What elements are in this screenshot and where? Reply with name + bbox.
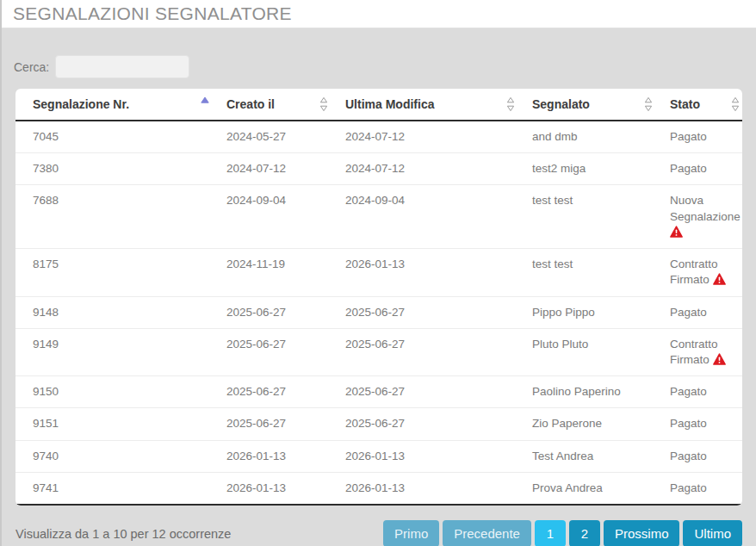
cell-segnalato: Pluto Pluto bbox=[525, 328, 663, 375]
sort-icon bbox=[506, 96, 515, 112]
title-bar: SEGNALAZIONI SEGNALATORE bbox=[2, 0, 756, 28]
cell-stato: Contratto Firmato bbox=[663, 249, 742, 296]
pagination-ultimo[interactable]: Ultimo bbox=[683, 520, 742, 546]
warning-icon bbox=[713, 353, 726, 365]
main-content: Cerca: Segnalazione Nr. Creato il bbox=[2, 55, 756, 546]
cell-stato: Pagato bbox=[663, 121, 742, 153]
cell-ultima-modifica: 2024-07-12 bbox=[338, 121, 525, 153]
table-body: 7045 2024-05-27 2024-07-12 and dmb Pagat… bbox=[15, 121, 742, 505]
cell-segnalato: test2 miga bbox=[525, 153, 663, 185]
cell-segnalazione-nr: 9148 bbox=[15, 296, 220, 328]
cell-ultima-modifica: 2025-06-27 bbox=[338, 376, 525, 408]
cell-segnalato: Pippo Pippo bbox=[525, 296, 663, 328]
cell-stato: Pagato bbox=[663, 440, 742, 472]
cell-segnalato: Test Andrea bbox=[525, 440, 663, 472]
table-row[interactable]: 7688 2024-09-04 2024-09-04 test test Nuo… bbox=[15, 185, 742, 249]
table-row[interactable]: 9150 2025-06-27 2025-06-27 Paolino Paper… bbox=[15, 376, 742, 408]
search-input[interactable] bbox=[55, 55, 189, 78]
column-header-segnalazione-nr[interactable]: Segnalazione Nr. bbox=[15, 89, 220, 121]
warning-icon bbox=[670, 226, 683, 238]
cell-stato: Nuova Segnalazione bbox=[663, 185, 742, 249]
sort-icon bbox=[644, 96, 653, 112]
cell-ultima-modifica: 2025-06-27 bbox=[338, 408, 525, 440]
segnalazioni-table: Segnalazione Nr. Creato il bbox=[15, 89, 742, 506]
table-row[interactable]: 9741 2026-01-13 2026-01-13 Prova Andrea … bbox=[15, 472, 742, 505]
cell-creato-il: 2025-06-27 bbox=[220, 408, 338, 440]
table-row[interactable]: 7380 2024-07-12 2024-07-12 test2 miga Pa… bbox=[15, 153, 742, 185]
cell-segnalato: test test bbox=[525, 249, 663, 296]
cell-segnalato: Prova Andrea bbox=[525, 472, 663, 505]
pagination-prossimo[interactable]: Prossimo bbox=[604, 520, 680, 546]
column-header-ultima-modifica[interactable]: Ultima Modifica bbox=[338, 89, 525, 121]
cell-ultima-modifica: 2025-06-27 bbox=[338, 328, 525, 375]
cell-segnalazione-nr: 7688 bbox=[15, 185, 220, 249]
cell-creato-il: 2025-06-27 bbox=[220, 376, 338, 408]
table-footer: Visualizza da 1 a 10 per 12 occorrenze P… bbox=[15, 520, 742, 546]
cell-creato-il: 2026-01-13 bbox=[220, 440, 338, 472]
cell-segnalazione-nr: 9151 bbox=[15, 408, 220, 440]
cell-ultima-modifica: 2026-01-13 bbox=[338, 472, 525, 505]
column-header-stato[interactable]: Stato bbox=[663, 89, 742, 121]
cell-stato: Contratto Firmato bbox=[663, 328, 742, 375]
sort-icon bbox=[319, 96, 328, 112]
pagination-2[interactable]: 2 bbox=[569, 520, 600, 546]
cell-stato: Pagato bbox=[663, 408, 742, 440]
cell-creato-il: 2024-07-12 bbox=[220, 153, 338, 185]
pagination-precedente[interactable]: Precedente bbox=[443, 520, 531, 546]
cell-segnalato: Zio Paperone bbox=[525, 408, 663, 440]
cell-creato-il: 2025-06-27 bbox=[220, 328, 338, 375]
cell-segnalazione-nr: 9741 bbox=[15, 472, 220, 505]
table-card: Segnalazione Nr. Creato il bbox=[15, 89, 742, 506]
cell-segnalato: and dmb bbox=[525, 121, 663, 153]
search-label: Cerca: bbox=[14, 60, 49, 74]
cell-ultima-modifica: 2024-07-12 bbox=[338, 153, 525, 185]
cell-stato: Pagato bbox=[663, 472, 742, 505]
pagination-primo[interactable]: Primo bbox=[383, 520, 439, 546]
cell-segnalazione-nr: 9150 bbox=[15, 376, 220, 408]
cell-stato: Pagato bbox=[663, 296, 742, 328]
table-row[interactable]: 7045 2024-05-27 2024-07-12 and dmb Pagat… bbox=[15, 121, 742, 153]
pagination: PrimoPrecedente12ProssimoUltimo bbox=[380, 520, 742, 546]
cell-segnalato: Paolino Paperino bbox=[525, 376, 663, 408]
cell-ultima-modifica: 2025-06-27 bbox=[338, 296, 525, 328]
cell-segnalazione-nr: 8175 bbox=[15, 249, 220, 296]
cell-segnalazione-nr: 7045 bbox=[15, 121, 220, 153]
pagination-1[interactable]: 1 bbox=[535, 520, 566, 546]
cell-creato-il: 2025-06-27 bbox=[220, 296, 338, 328]
cell-creato-il: 2024-11-19 bbox=[220, 249, 338, 296]
cell-stato: Pagato bbox=[663, 153, 742, 185]
sort-icon bbox=[201, 96, 209, 112]
table-header-row: Segnalazione Nr. Creato il bbox=[15, 89, 742, 121]
table-row[interactable]: 9149 2025-06-27 2025-06-27 Pluto Pluto C… bbox=[15, 328, 742, 375]
cell-creato-il: 2026-01-13 bbox=[220, 472, 338, 505]
search-row: Cerca: bbox=[14, 55, 742, 78]
page-title: SEGNALAZIONI SEGNALATORE bbox=[13, 3, 756, 24]
cell-segnalazione-nr: 7380 bbox=[15, 153, 220, 185]
warning-icon bbox=[713, 273, 726, 285]
column-header-creato-il[interactable]: Creato il bbox=[220, 89, 338, 121]
cell-segnalazione-nr: 9740 bbox=[15, 440, 220, 472]
cell-stato: Pagato bbox=[663, 376, 742, 408]
cell-segnalazione-nr: 9149 bbox=[15, 328, 220, 375]
results-info: Visualizza da 1 a 10 per 12 occorrenze bbox=[15, 527, 231, 541]
cell-ultima-modifica: 2026-01-13 bbox=[338, 249, 525, 296]
table-row[interactable]: 9148 2025-06-27 2025-06-27 Pippo Pippo P… bbox=[15, 296, 742, 328]
column-header-segnalato[interactable]: Segnalato bbox=[525, 89, 663, 121]
cell-creato-il: 2024-09-04 bbox=[220, 185, 338, 249]
table-row[interactable]: 9151 2025-06-27 2025-06-27 Zio Paperone … bbox=[15, 408, 742, 440]
sort-icon bbox=[731, 96, 740, 112]
table-row[interactable]: 9740 2026-01-13 2026-01-13 Test Andrea P… bbox=[15, 440, 742, 472]
table-row[interactable]: 8175 2024-11-19 2026-01-13 test test Con… bbox=[15, 249, 742, 296]
cell-creato-il: 2024-05-27 bbox=[220, 121, 338, 153]
cell-ultima-modifica: 2026-01-13 bbox=[338, 440, 525, 472]
cell-ultima-modifica: 2024-09-04 bbox=[338, 185, 525, 249]
cell-segnalato: test test bbox=[525, 185, 663, 249]
